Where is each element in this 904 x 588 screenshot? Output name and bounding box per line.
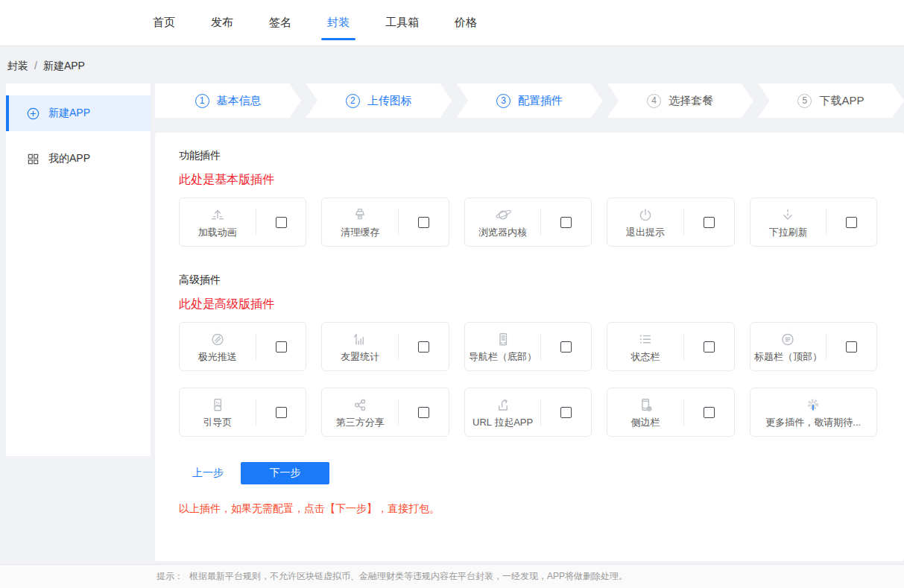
checkbox-area [256,341,306,353]
plugin-checkbox[interactable] [704,341,715,353]
nav-item-0[interactable]: 首页 [153,0,175,45]
plugin-checkbox[interactable] [276,341,287,353]
plus-circle-icon [27,107,39,120]
plugin-card[interactable]: 第三方分享 [321,388,449,437]
plugin-card[interactable]: 更多插件，敬请期待... [750,388,877,437]
section-title: 高级插件 [179,274,877,287]
plugin-info: 极光推送 [180,330,256,364]
plugin-checkbox[interactable] [560,341,572,353]
plugin-info: 状态栏 [607,330,683,364]
plugin-info: 导航栏（底部） [465,330,541,364]
footer-prefix: 提示： [157,570,183,583]
breadcrumb-separator: / [34,60,37,72]
plugin-checkbox[interactable] [560,217,572,228]
plugin-card[interactable]: 侧边栏 [607,388,734,437]
plugin-card[interactable]: 清理缓存 [321,197,449,247]
plugin-card[interactable]: 状态栏 [607,322,734,371]
plugin-info: 加载动画 [180,206,256,239]
plugin-info: 浏览器内核 [465,206,541,239]
nav-item-1[interactable]: 发布 [211,0,233,45]
share-icon [350,396,370,415]
plugin-label: 友盟统计 [341,350,379,364]
wizard-step-2[interactable]: 2上传图标 [306,83,452,118]
checkbox-area [256,407,306,418]
title-bar-icon [778,330,797,350]
plugin-card[interactable]: 浏览器内核 [464,197,592,247]
breadcrumb-section[interactable]: 封装 [7,60,28,72]
plugin-checkbox[interactable] [846,217,857,228]
nav-item-4[interactable]: 工具箱 [385,0,419,45]
loading-animation-icon [208,206,227,225]
plugin-info: 退出提示 [607,206,683,239]
basic-plugins-section: 功能插件 此处是基本版插件 加载动画清理缓存浏览器内核退出提示下拉刷新 [179,149,877,247]
sidebar-item-0[interactable]: 新建APP [6,95,151,131]
step-label: 配置插件 [518,94,563,108]
plugin-checkbox[interactable] [704,407,715,418]
checkbox-area [684,217,734,228]
plugin-label: URL 拉起APP [472,416,533,429]
plugin-label: 退出提示 [626,226,665,239]
plugin-card[interactable]: URL 拉起APP [464,388,592,437]
plugin-info: 更多插件，敬请期待... [750,396,876,429]
plugin-label: 更多插件，敬请期待... [765,416,861,429]
plugin-label: 状态栏 [631,350,660,364]
plugin-card[interactable]: 标题栏（顶部） [750,322,877,371]
plugin-checkbox[interactable] [418,407,429,418]
sidebar: 新建APP我的APP [6,83,151,456]
plugin-checkbox[interactable] [418,217,429,228]
step-number: 5 [797,94,812,108]
plugin-label: 下拉刷新 [768,226,807,239]
plugin-label: 导航栏（底部） [469,350,537,364]
section-hint: 此处是高级版插件 [179,297,877,312]
step-wizard: 1基本信息2上传图标3配置插件4选择套餐5下载APP [155,83,904,118]
advanced-plugins-section: 高级插件 此处是高级版插件 极光推送友盟统计导航栏（底部）状态栏标题栏（顶部）引… [179,274,877,437]
plugin-label: 加载动画 [198,226,237,239]
plugin-card[interactable]: 友盟统计 [321,322,449,371]
grid-icon [27,153,39,165]
step-number: 2 [346,94,360,108]
plugin-info: 下拉刷新 [750,206,826,239]
plugin-label: 第三方分享 [336,416,385,429]
next-step-button[interactable]: 下一步 [241,462,329,484]
wizard-step-4[interactable]: 4选择套餐 [607,83,753,118]
jpush-icon [208,330,227,350]
plugin-card[interactable]: 退出提示 [607,197,734,247]
plugin-checkbox[interactable] [276,407,287,418]
wizard-step-3[interactable]: 3配置插件 [456,83,602,118]
plugin-card[interactable]: 引导页 [179,388,306,437]
plugin-label: 侧边栏 [631,416,660,429]
plugin-checkbox[interactable] [846,341,857,353]
plugin-checkbox[interactable] [418,341,429,353]
plugin-label: 清理缓存 [341,226,379,239]
plugin-info: 清理缓存 [322,206,398,239]
nav-item-2[interactable]: 签名 [269,0,291,45]
wizard-step-1[interactable]: 1基本信息 [155,83,301,118]
plugin-grid-basic: 加载动画清理缓存浏览器内核退出提示下拉刷新 [179,197,877,247]
checkbox-area [399,341,449,353]
plugin-card[interactable]: 极光推送 [179,322,306,371]
section-title: 功能插件 [179,149,877,162]
plugin-grid-advanced: 极光推送友盟统计导航栏（底部）状态栏标题栏（顶部）引导页第三方分享URL 拉起A… [179,322,877,437]
nav-item-3[interactable]: 封装 [327,0,350,45]
step-number: 1 [195,94,209,108]
checkbox-area [826,341,876,353]
plugin-checkbox[interactable] [276,217,287,228]
checkbox-area [684,407,734,418]
more-plugins-icon [803,396,823,415]
step-number: 4 [647,94,661,108]
plugin-label: 浏览器内核 [478,226,527,239]
plugin-checkbox[interactable] [560,407,572,418]
plugin-card[interactable]: 导航栏（底部） [464,322,592,371]
prev-step-link[interactable]: 上一步 [192,467,224,480]
plugin-info: 引导页 [180,396,256,429]
wizard-step-5[interactable]: 5下载APP [758,83,904,118]
sidebar-item-1[interactable]: 我的APP [6,141,151,177]
checkbox-area [541,407,591,418]
exit-prompt-icon [636,206,655,225]
checkbox-area [399,217,449,228]
plugin-checkbox[interactable] [704,217,715,228]
pull-refresh-icon [778,206,797,225]
plugin-card[interactable]: 下拉刷新 [750,197,877,247]
plugin-card[interactable]: 加载动画 [179,197,306,247]
nav-item-5[interactable]: 价格 [455,0,477,45]
